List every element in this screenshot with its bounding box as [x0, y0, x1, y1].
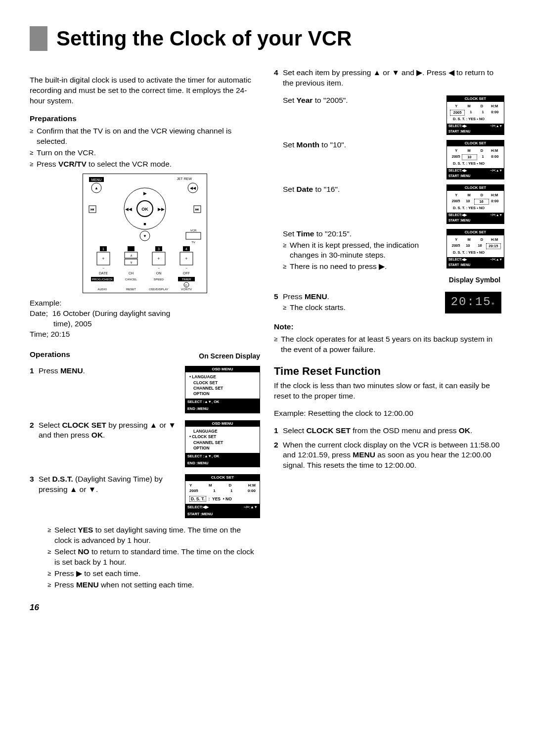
svg-text:−: − [102, 267, 104, 270]
note-bullet: The clock operates for at least 5 years … [274, 334, 504, 355]
prep-item: Confirm that the TV is on and the VCR vi… [30, 126, 260, 147]
operations-head: Operations [30, 350, 142, 360]
step4-time-bullet: When it is kept pressed, the indication … [283, 240, 440, 261]
svg-text:TIMER: TIMER [182, 278, 191, 281]
osd-month: CLOCK SET YMDH:M 20051010:00 D. S. T. : … [446, 140, 504, 179]
svg-text:OFF: OFF [183, 271, 190, 275]
step3-bullet: Select YES to set daylight saving time. … [47, 525, 260, 546]
osd-date: CLOCK SET YMDH:M 200510160:00 D. S. T. :… [446, 184, 504, 224]
preparations-list: Confirm that the TV is on and the VCR vi… [30, 126, 260, 170]
time-reset-intro: If the clock is less than two minutes sl… [274, 381, 504, 401]
svg-text:∨: ∨ [130, 261, 133, 264]
svg-text:⏭: ⏭ [195, 207, 199, 212]
svg-text:VCR: VCR [190, 229, 197, 232]
intro-text: The built-in digital clock is used to ac… [30, 75, 260, 106]
example-label: Example: [30, 298, 260, 309]
svg-text:DATE: DATE [99, 271, 108, 275]
page-number: 16 [30, 602, 504, 614]
step3-bullet: Press MENU when not setting each time. [47, 580, 260, 590]
svg-text:CANCEL: CANCEL [125, 278, 137, 281]
title-text: Setting the Clock of your VCR [56, 25, 352, 53]
svg-text:OSD/DISPLAY: OSD/DISPLAY [149, 288, 169, 291]
svg-text:OK: OK [141, 207, 148, 212]
svg-text:■: ■ [143, 222, 146, 226]
step-3: 3 Set D.S.T. (Daylight Saving Time) by p… [30, 474, 260, 590]
osd-head: On Screen Display [147, 352, 260, 361]
page-title: Setting the Clock of your VCR [30, 25, 504, 53]
step5-text: Press MENU. [283, 292, 329, 301]
svg-rect-20 [186, 232, 201, 239]
svg-text:CH: CH [129, 271, 134, 275]
svg-text:VCR/TV: VCR/TV [181, 288, 192, 291]
example-time: Time; 20:15 [30, 329, 260, 340]
step3-bullet: Press ▶ to set each time. [47, 569, 260, 579]
svg-text:−: − [185, 267, 187, 270]
osd-menu-2: OSD MENU LANGUAGE CLOCK SET CHANNEL SET … [185, 420, 260, 468]
svg-text:1: 1 [102, 247, 104, 251]
svg-text:TV: TV [191, 241, 195, 244]
step4-year: Set Year to "2005". [274, 95, 440, 106]
step-4: 4 Set each item by pressing ▲ or ▼ and ▶… [274, 68, 504, 89]
step4-date: Set Date to "16". [274, 184, 440, 195]
osd-clockset-dst: CLOCK SET YMDH:M 2005110:00 D. S. T. : Y… [185, 474, 260, 518]
osd-menu-1: OSD MENU LANGUAGE CLOCK SET CHANNEL SET … [185, 366, 260, 413]
svg-text:−: − [158, 267, 160, 270]
note-head: Note: [274, 322, 504, 332]
time-reset-step2: 2When the current clock display on the V… [274, 440, 504, 471]
svg-text:JET REW: JET REW [177, 177, 192, 180]
display-symbol: 20:15✳ [445, 292, 501, 313]
svg-text:▶: ▶ [143, 191, 147, 196]
step1-text: Press MENU. [39, 366, 178, 376]
svg-text:MENU: MENU [91, 178, 102, 181]
svg-text:⏲: ⏲ [185, 284, 188, 287]
prep-item: Press VCR/TV to select the VCR mode. [30, 159, 260, 170]
time-reset-example: Example: Resetting the clock to 12:00.00 [274, 408, 504, 419]
svg-text:+: + [102, 256, 104, 261]
osd-year: CLOCK SET YMDH:M 2005110:00 D. S. T. : Y… [446, 95, 504, 135]
step3-text: Set D.S.T. (Daylight Saving Time) by pre… [39, 474, 178, 495]
step2-text: Select CLOCK SET by pressing ▲ or ▼ and … [39, 420, 178, 441]
title-block-icon [30, 26, 47, 51]
svg-text:4: 4 [185, 247, 187, 251]
time-reset-step1: 1Select CLOCK SET from the OSD menu and … [274, 426, 504, 436]
step4-time-bullet: There is no need to press ▶. [283, 262, 440, 272]
svg-text:⏮: ⏮ [90, 207, 94, 212]
svg-text:PROG./CHECK: PROG./CHECK [92, 278, 113, 281]
step5-bullet: The clock starts. [283, 303, 440, 313]
step3-bullet: Select NO to return to standard time. Th… [47, 547, 260, 568]
step-1: 1 Press MENU. OSD MENU LANGUAGE CLOCK SE… [30, 366, 260, 413]
svg-text:+: + [185, 256, 187, 261]
svg-text:▶▶: ▶▶ [158, 207, 165, 212]
step-2: 2 Select CLOCK SET by pressing ▲ or ▼ an… [30, 420, 260, 468]
step4-time: Set Time to "20:15". When it is kept pre… [274, 229, 440, 276]
svg-text:◀◀: ◀◀ [125, 207, 132, 212]
svg-text:+: + [157, 256, 160, 261]
preparations-head: Preparations [30, 114, 260, 124]
prep-item: Turn on the VCR. [30, 148, 260, 158]
osd-time: CLOCK SET YMDH:M 2005101620:15 D. S. T. … [446, 229, 504, 268]
svg-text:▼: ▼ [143, 234, 147, 238]
svg-text:▲: ▲ [94, 186, 98, 190]
display-symbol-label: Display Symbol [445, 275, 504, 285]
svg-text:2: 2 [130, 247, 132, 251]
time-reset-head: Time Reset Function [274, 364, 504, 379]
remote-illustration: MENU ▲ JET REW ◀◀ OK ▶ ■ ◀◀ ▶▶ ⏮ ⏭ ▼ VCR… [83, 174, 207, 293]
svg-text:SPEED: SPEED [154, 278, 164, 281]
svg-text:∧: ∧ [130, 254, 133, 257]
svg-text:◀◀: ◀◀ [190, 186, 196, 190]
example-date: Date; 16 October (During daylight saving… [30, 309, 260, 329]
svg-text:RESET: RESET [126, 288, 136, 291]
step4-month: Set Month to "10". [274, 140, 440, 150]
svg-text:ON: ON [156, 271, 162, 275]
svg-text:3: 3 [158, 247, 160, 251]
svg-text:AUDIO: AUDIO [97, 288, 107, 291]
step4-text: Set each item by pressing ▲ or ▼ and ▶. … [283, 68, 493, 87]
